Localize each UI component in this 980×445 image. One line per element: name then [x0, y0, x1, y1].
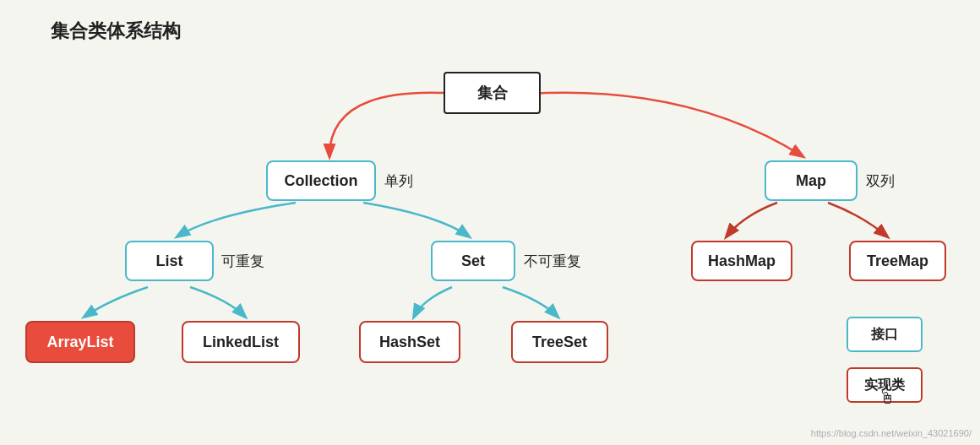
node-arraylist: ArrayList [25, 321, 135, 363]
node-hashset: HashSet [359, 321, 460, 363]
node-treeset: TreeSet [511, 321, 608, 363]
label-repeatable: 可重复 [221, 252, 264, 271]
node-treemap: TreeMap [849, 241, 946, 281]
node-map: Map [765, 160, 858, 201]
legend-interface: 接口 [847, 317, 923, 352]
node-hashmap: HashMap [691, 241, 792, 281]
cursor-icon: 🖱 [879, 388, 896, 408]
node-linkedlist: LinkedList [182, 321, 300, 363]
node-list: List [125, 241, 214, 281]
diagram-svg [0, 0, 980, 445]
watermark: https://blog.csdn.net/weixin_43021690/ [811, 428, 972, 438]
node-set: Set [431, 241, 515, 281]
label-non-repeatable: 不可重复 [524, 252, 581, 271]
node-collection: Collection [266, 160, 376, 201]
page: 集合类体系结构 [0, 0, 980, 445]
label-single: 单列 [384, 171, 413, 191]
label-double: 双列 [866, 171, 895, 191]
node-root: 集合 [444, 72, 541, 114]
